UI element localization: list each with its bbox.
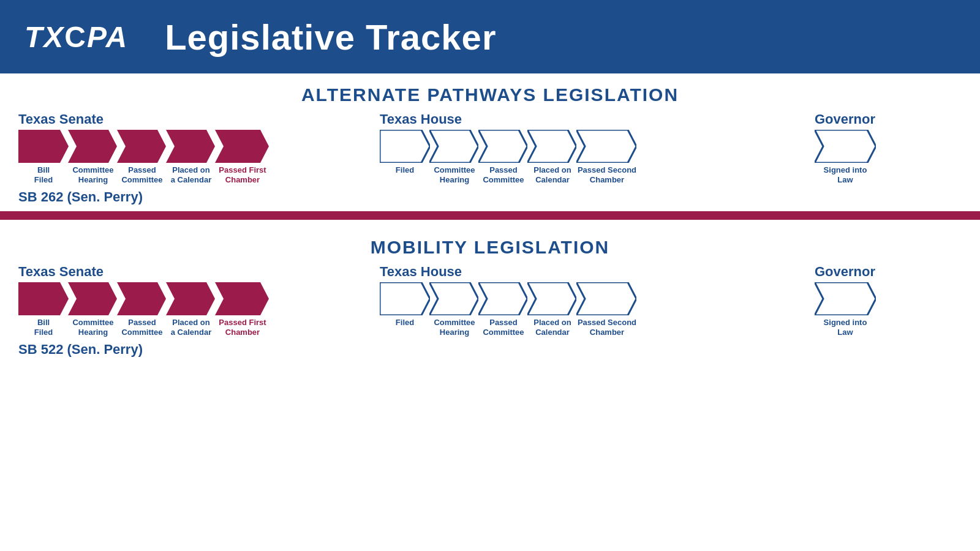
- arrow-placed-calendar-senate-mobility: [166, 282, 215, 315]
- senate-steps-mobility: BillFiled CommitteeHearing PassedCommitt…: [18, 282, 349, 337]
- label-passed-committee-house-alternate: PassedCommittee: [479, 165, 528, 184]
- arrow-passed-committee-house-alternate: [478, 130, 527, 163]
- senate-steps-alternate: BillFiled CommitteeHearing: [18, 130, 349, 184]
- step-committee-hearing-house-alternate: CommitteeHearing: [430, 130, 479, 184]
- label-passed-second-chamber-alternate: Passed SecondChamber: [577, 165, 637, 184]
- senate-label-mobility: Texas Senate: [18, 264, 349, 280]
- arrow-passed-committee-house-mobility: [478, 282, 527, 315]
- arrow-signed-law-alternate: [815, 130, 876, 163]
- alternate-chambers-row: Texas Senate BillFiled Commi: [18, 111, 962, 184]
- svg-marker-14: [166, 282, 215, 315]
- step-passed-first-chamber-mobility: Passed FirstChamber: [216, 282, 270, 337]
- step-bill-filed-mobility: BillFiled: [18, 282, 69, 337]
- label-signed-law-alternate: Signed intoLaw: [815, 165, 876, 184]
- svg-marker-1: [68, 130, 117, 163]
- senate-label-alternate: Texas Senate: [18, 111, 349, 127]
- svg-marker-6: [429, 130, 478, 163]
- arrow-filed-house-alternate: [380, 130, 430, 163]
- svg-marker-4: [215, 130, 269, 163]
- house-block-alternate: Texas House Filed CommitteeH: [380, 111, 796, 184]
- house-label-alternate: Texas House: [380, 111, 796, 127]
- senate-block-mobility: Texas Senate BillFiled CommitteeHearing: [18, 264, 349, 337]
- arrow-bill-filed-alternate: [18, 130, 69, 163]
- step-signed-law-alternate: Signed intoLaw: [815, 130, 876, 184]
- arrow-placed-calendar-house-mobility: [527, 282, 576, 315]
- step-committee-hearing-alternate: CommitteeHearing: [69, 130, 118, 184]
- mobility-title: MOBILITY LEGISLATION: [18, 226, 962, 264]
- step-placed-calendar-senate-alternate: Placed ona Calendar: [167, 130, 216, 184]
- svg-marker-13: [117, 282, 166, 315]
- arrow-placed-calendar-house-alternate: [527, 130, 576, 163]
- alternate-title: ALTERNATE PATHWAYS LEGISLATION: [18, 73, 962, 111]
- label-committee-hearing-house-alternate: CommitteeHearing: [430, 165, 479, 184]
- page-title: Legislative Tracker: [165, 17, 496, 58]
- svg-marker-19: [527, 282, 576, 315]
- arrow-signed-law-mobility: [815, 282, 876, 315]
- label-passed-first-chamber-alternate: Passed FirstChamber: [216, 165, 270, 184]
- arrow-passed-second-chamber-mobility: [576, 282, 636, 315]
- step-passed-committee-alternate: PassedCommittee: [118, 130, 167, 184]
- house-steps-alternate: Filed CommitteeHearing Pas: [380, 130, 796, 184]
- governor-block-mobility: Governor Signed intoLaw: [815, 264, 925, 337]
- step-signed-law-mobility: Signed intoLaw: [815, 282, 876, 337]
- step-passed-second-chamber-mobility: Passed SecondChamber: [577, 282, 637, 337]
- mobility-chambers-row: Texas Senate BillFiled CommitteeHearing: [18, 264, 962, 337]
- svg-marker-3: [166, 130, 215, 163]
- svg-marker-17: [429, 282, 478, 315]
- svg-marker-11: [18, 282, 69, 315]
- step-placed-calendar-house-alternate: Placed onCalendar: [528, 130, 577, 184]
- arrow-committee-hearing-house-alternate: [429, 130, 478, 163]
- senate-block-alternate: Texas Senate BillFiled Commi: [18, 111, 349, 184]
- arrow-passed-committee-alternate: [117, 130, 166, 163]
- arrow-passed-second-chamber-alternate: [576, 130, 636, 163]
- header: TXCPA Legislative Tracker: [0, 0, 980, 73]
- arrow-filed-house-mobility: [380, 282, 430, 315]
- bill-name-alternate: SB 262 (Sen. Perry): [18, 189, 962, 205]
- step-committee-hearing-mobility: CommitteeHearing: [69, 282, 118, 337]
- svg-marker-16: [380, 282, 430, 315]
- step-passed-committee-house-mobility: PassedCommittee: [479, 282, 528, 337]
- mobility-section: MOBILITY LEGISLATION Texas Senate BillFi…: [0, 226, 980, 358]
- arrow-committee-hearing-house-mobility: [429, 282, 478, 315]
- svg-marker-10: [815, 130, 876, 163]
- house-steps-mobility: Filed CommitteeHearing PassedCommittee: [380, 282, 796, 337]
- arrow-committee-hearing-mobility: [68, 282, 117, 315]
- label-placed-calendar-house-alternate: Placed onCalendar: [528, 165, 577, 184]
- svg-marker-5: [380, 130, 430, 163]
- arrow-passed-first-chamber-alternate: [215, 130, 269, 163]
- svg-marker-21: [815, 282, 876, 315]
- arrow-passed-first-chamber-mobility: [215, 282, 269, 315]
- step-placed-calendar-senate-mobility: Placed ona Calendar: [167, 282, 216, 337]
- house-block-mobility: Texas House Filed CommitteeHearing: [380, 264, 796, 337]
- svg-marker-9: [576, 130, 636, 163]
- svg-marker-15: [215, 282, 269, 315]
- section-divider: [0, 211, 980, 220]
- step-passed-first-chamber-alternate: Passed FirstChamber: [216, 130, 270, 184]
- step-passed-second-chamber-alternate: Passed SecondChamber: [577, 130, 637, 184]
- label-filed-house-alternate: Filed: [380, 165, 430, 175]
- governor-steps-alternate: Signed intoLaw: [815, 130, 925, 184]
- svg-marker-12: [68, 282, 117, 315]
- label-placed-calendar-senate-alternate: Placed ona Calendar: [167, 165, 216, 184]
- governor-block-alternate: Governor Signed intoLaw: [815, 111, 925, 184]
- governor-label-mobility: Governor: [815, 264, 925, 280]
- logo: TXCPA: [24, 20, 128, 54]
- step-committee-hearing-house-mobility: CommitteeHearing: [430, 282, 479, 337]
- label-passed-committee-alternate: PassedCommittee: [118, 165, 167, 184]
- step-passed-committee-mobility: PassedCommittee: [118, 282, 167, 337]
- label-bill-filed-alternate: BillFiled: [18, 165, 69, 184]
- governor-steps-mobility: Signed intoLaw: [815, 282, 925, 337]
- svg-marker-8: [527, 130, 576, 163]
- arrow-bill-filed-mobility: [18, 282, 69, 315]
- step-bill-filed-alternate: BillFiled: [18, 130, 69, 184]
- svg-marker-18: [478, 282, 527, 315]
- svg-marker-7: [478, 130, 527, 163]
- step-filed-house-mobility: Filed: [380, 282, 430, 328]
- step-passed-committee-house-alternate: PassedCommittee: [479, 130, 528, 184]
- step-placed-calendar-house-mobility: Placed onCalendar: [528, 282, 577, 337]
- svg-marker-0: [18, 130, 69, 163]
- arrow-committee-hearing-alternate: [68, 130, 117, 163]
- arrow-passed-committee-mobility: [117, 282, 166, 315]
- alternate-section: ALTERNATE PATHWAYS LEGISLATION Texas Sen…: [0, 73, 980, 205]
- step-filed-house-alternate: Filed: [380, 130, 430, 175]
